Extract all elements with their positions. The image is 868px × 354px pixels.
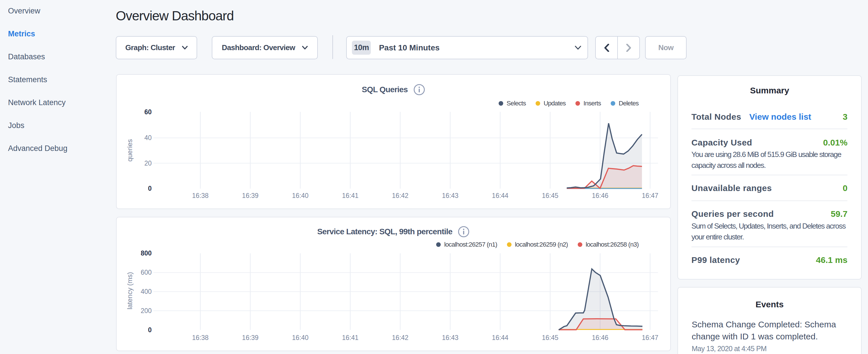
svg-text:16:45: 16:45 bbox=[542, 334, 559, 342]
svg-text:60: 60 bbox=[145, 108, 152, 116]
svg-text:0: 0 bbox=[148, 185, 152, 192]
svg-text:400: 400 bbox=[141, 288, 152, 295]
svg-text:16:41: 16:41 bbox=[342, 334, 359, 342]
svg-text:16:43: 16:43 bbox=[442, 192, 459, 199]
svg-text:16:47: 16:47 bbox=[642, 334, 658, 342]
svg-text:200: 200 bbox=[141, 307, 152, 315]
svg-text:800: 800 bbox=[141, 250, 152, 257]
svg-text:0: 0 bbox=[148, 326, 152, 333]
svg-text:16:38: 16:38 bbox=[192, 192, 209, 199]
svg-text:queries: queries bbox=[126, 139, 133, 162]
svg-text:16:39: 16:39 bbox=[242, 192, 258, 199]
svg-text:16:42: 16:42 bbox=[392, 192, 409, 199]
svg-text:16:39: 16:39 bbox=[242, 334, 258, 342]
svg-text:16:46: 16:46 bbox=[592, 334, 608, 342]
svg-text:latency (ms): latency (ms) bbox=[126, 272, 133, 309]
svg-text:16:40: 16:40 bbox=[292, 192, 309, 199]
svg-text:16:40: 16:40 bbox=[292, 334, 309, 342]
svg-text:20: 20 bbox=[145, 159, 152, 167]
svg-text:40: 40 bbox=[145, 134, 152, 141]
svg-text:16:44: 16:44 bbox=[492, 334, 508, 342]
svg-text:16:45: 16:45 bbox=[542, 192, 559, 199]
svg-text:16:41: 16:41 bbox=[342, 192, 359, 199]
svg-text:16:47: 16:47 bbox=[642, 192, 658, 199]
svg-text:600: 600 bbox=[141, 269, 152, 276]
svg-text:16:43: 16:43 bbox=[442, 334, 459, 342]
svg-text:16:42: 16:42 bbox=[392, 334, 409, 342]
svg-text:16:46: 16:46 bbox=[592, 192, 608, 199]
svg-text:16:38: 16:38 bbox=[192, 334, 209, 342]
svg-text:16:44: 16:44 bbox=[492, 192, 508, 199]
